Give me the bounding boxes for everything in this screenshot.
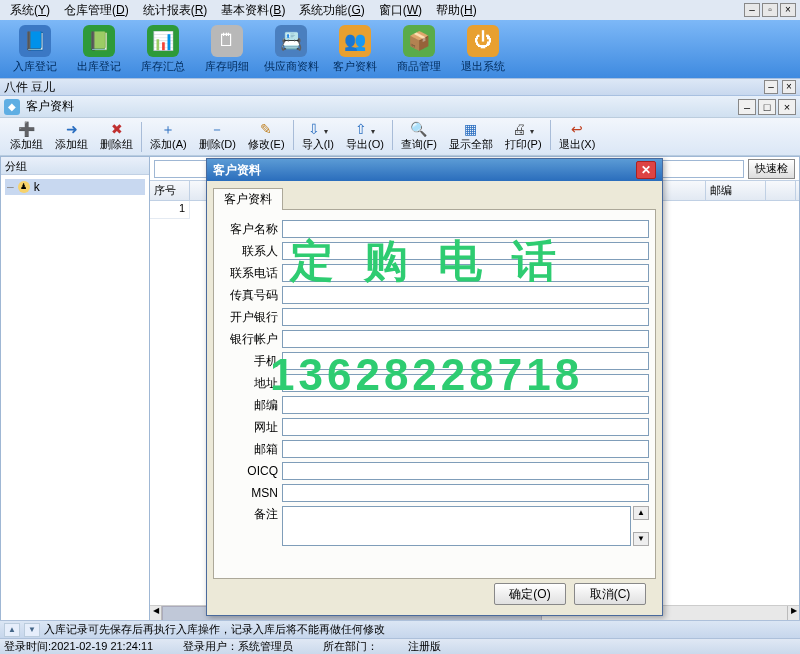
field-input-account[interactable] [282, 330, 649, 348]
tree-item[interactable]: – ♟ k [5, 179, 145, 195]
toolbar-icon: 📗 [83, 25, 115, 57]
mdi-tab-strip: 八件 豆儿 – × [0, 78, 800, 96]
field-input-email[interactable] [282, 440, 649, 458]
field-input-name[interactable] [282, 220, 649, 238]
dialog-form: 客户名称联系人联系电话传真号码开户银行银行帐户手机地址邮编网址邮箱OICQMSN… [213, 209, 656, 579]
field-label-account: 银行帐户 [220, 331, 278, 348]
child-title: 客户资料 [26, 98, 74, 115]
toolbar2-添加组[interactable]: ➕添加组 [4, 120, 49, 153]
toolbar-label: 出库登记 [77, 59, 121, 74]
field-label-zip: 邮编 [220, 397, 278, 414]
menu-help[interactable]: 帮助(H) [430, 2, 483, 19]
toolbar-label: 库存明细 [205, 59, 249, 74]
field-label-bank: 开户银行 [220, 309, 278, 326]
toolbar2-导入(I)[interactable]: ⇩ ▾导入(I) [296, 120, 340, 153]
field-input-msn[interactable] [282, 484, 649, 502]
toolbar2-退出(X)[interactable]: ↩退出(X) [553, 120, 602, 153]
child-titlebar: ◆ 客户资料 – □ × [0, 96, 800, 118]
field-label-contact: 联系人 [220, 243, 278, 260]
mdi-tab[interactable]: 八件 豆儿 [4, 79, 55, 96]
menu-system[interactable]: 系统(Y) [4, 2, 56, 19]
column-header[interactable]: 邮编 [706, 181, 766, 200]
toolbar-icon: 📦 [403, 25, 435, 57]
menu-report[interactable]: 统计报表(R) [137, 2, 214, 19]
dialog-tab[interactable]: 客户资料 [213, 188, 283, 210]
status-prev-icon[interactable]: ▲ [4, 623, 20, 637]
column-header[interactable]: 序号 [150, 181, 190, 200]
close-button[interactable]: × [780, 3, 796, 17]
minimize-button[interactable]: – [744, 3, 760, 17]
tb-icon: ✖ [111, 121, 123, 137]
status-next-icon[interactable]: ▼ [24, 623, 40, 637]
textarea-scroll-down[interactable]: ▼ [633, 532, 649, 546]
field-input-remark[interactable] [282, 506, 631, 546]
user-icon: ♟ [18, 181, 30, 193]
dialog-titlebar[interactable]: 客户资料 ✕ [207, 159, 662, 181]
field-label-name: 客户名称 [220, 221, 278, 238]
customer-dialog: 客户资料 ✕ 客户资料 客户名称联系人联系电话传真号码开户银行银行帐户手机地址邮… [206, 158, 663, 616]
bigtoolbar-btn-1[interactable]: 📗出库登记 [70, 23, 128, 75]
field-input-url[interactable] [282, 418, 649, 436]
toolbar2-删除(D)[interactable]: －删除(D) [193, 120, 242, 153]
field-input-addr[interactable] [282, 374, 649, 392]
tb-icon: ➕ [18, 121, 35, 137]
restore-button[interactable]: ▫ [762, 3, 778, 17]
tb-label: 删除(D) [199, 137, 236, 152]
toolbar-label: 供应商资料 [264, 59, 319, 74]
field-label-email: 邮箱 [220, 441, 278, 458]
toolbar-icon: 👥 [339, 25, 371, 57]
tree-label: k [34, 180, 40, 194]
field-input-oicq[interactable] [282, 462, 649, 480]
field-input-mobile[interactable] [282, 352, 649, 370]
toolbar2-查询(F)[interactable]: 🔍查询(F) [395, 120, 443, 153]
menu-warehouse[interactable]: 仓库管理(D) [58, 2, 135, 19]
toolbar2-删除组[interactable]: ✖删除组 [94, 120, 139, 153]
toolbar2-添加(A)[interactable]: ＋添加(A) [144, 120, 193, 153]
column-header[interactable] [766, 181, 796, 200]
field-input-phone[interactable] [282, 264, 649, 282]
field-input-zip[interactable] [282, 396, 649, 414]
field-input-contact[interactable] [282, 242, 649, 260]
tb-label: 添加组 [10, 137, 43, 152]
toolbar2-导出(O)[interactable]: ⇧ ▾导出(O) [340, 120, 390, 153]
child-minimize[interactable]: – [738, 99, 756, 115]
mdi-close[interactable]: × [782, 80, 796, 94]
toolbar2-修改(E)[interactable]: ✎修改(E) [242, 120, 291, 153]
textarea-scroll-up[interactable]: ▲ [633, 506, 649, 520]
menu-basicdata[interactable]: 基本资料(B) [215, 2, 291, 19]
menu-sysfunc[interactable]: 系统功能(G) [293, 2, 370, 19]
toolbar-separator [141, 122, 142, 152]
tb-label: 添加组 [55, 137, 88, 152]
field-input-bank[interactable] [282, 308, 649, 326]
tb-label: 导出(O) [346, 137, 384, 152]
main-toolbar: 📘入库登记📗出库登记📊库存汇总🗒库存明细📇供应商资料👥客户资料📦商品管理⏻退出系… [0, 20, 800, 78]
group-tree[interactable]: – ♟ k [1, 175, 149, 621]
window-controls: – ▫ × [744, 3, 796, 17]
bigtoolbar-btn-0[interactable]: 📘入库登记 [6, 23, 64, 75]
menu-window[interactable]: 窗口(W) [373, 2, 428, 19]
child-maximize[interactable]: □ [758, 99, 776, 115]
mdi-minimize[interactable]: – [764, 80, 778, 94]
app-icon: ◆ [4, 99, 20, 115]
field-label-oicq: OICQ [220, 464, 278, 478]
field-input-fax[interactable] [282, 286, 649, 304]
toolbar2-打印(P)[interactable]: 🖨 ▾打印(P) [499, 120, 548, 153]
bigtoolbar-btn-3[interactable]: 🗒库存明细 [198, 23, 256, 75]
menu-bar: 系统(Y) 仓库管理(D) 统计报表(R) 基本资料(B) 系统功能(G) 窗口… [0, 0, 800, 20]
bigtoolbar-btn-2[interactable]: 📊库存汇总 [134, 23, 192, 75]
toolbar-label: 退出系统 [461, 59, 505, 74]
toolbar2-显示全部[interactable]: ▦显示全部 [443, 120, 499, 153]
quick-search-button[interactable]: 快速检 [748, 159, 795, 179]
field-label-fax: 传真号码 [220, 287, 278, 304]
status-message: 入库记录可先保存后再执行入库操作，记录入库后将不能再做任何修改 [44, 622, 385, 637]
dialog-close-button[interactable]: ✕ [636, 161, 656, 179]
cancel-button[interactable]: 取消(C) [574, 583, 646, 605]
bigtoolbar-btn-4[interactable]: 📇供应商资料 [262, 23, 320, 75]
secondary-toolbar: ➕添加组➜添加组✖删除组 ＋添加(A)－删除(D)✎修改(E)⇩ ▾导入(I)⇧… [0, 118, 800, 156]
bigtoolbar-btn-5[interactable]: 👥客户资料 [326, 23, 384, 75]
bigtoolbar-btn-7[interactable]: ⏻退出系统 [454, 23, 512, 75]
ok-button[interactable]: 确定(O) [494, 583, 566, 605]
child-close[interactable]: × [778, 99, 796, 115]
bigtoolbar-btn-6[interactable]: 📦商品管理 [390, 23, 448, 75]
toolbar2-添加组[interactable]: ➜添加组 [49, 120, 94, 153]
